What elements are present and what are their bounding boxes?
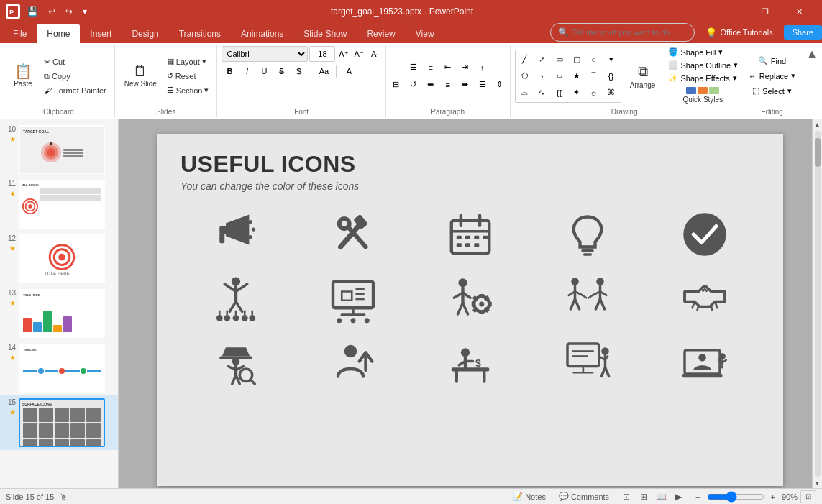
restore-button[interactable]: ❐ (749, 0, 782, 23)
zoom-slider[interactable] (707, 491, 764, 503)
font-family-select[interactable]: Calibri (222, 46, 308, 62)
shape-double-brace[interactable]: {{ (552, 85, 567, 101)
shape-connector[interactable]: ⌒ (586, 68, 602, 84)
shape-custom[interactable]: ⌘ (603, 85, 619, 101)
font-color-button[interactable]: A (341, 63, 357, 79)
slide-item-14[interactable]: 14 ★ TIMELINE (0, 341, 118, 395)
tab-insert[interactable]: Insert (80, 24, 122, 43)
shape-wave[interactable]: ∿ (534, 85, 550, 101)
arrange-button[interactable]: ⧉ Arrange (626, 60, 660, 92)
tab-design[interactable]: Design (122, 24, 168, 43)
scroll-thumb[interactable] (815, 138, 821, 167)
decrease-font-button[interactable]: A⁻ (352, 46, 366, 62)
reset-button[interactable]: ↺ Reset (163, 69, 213, 83)
save-button[interactable]: 💾 (24, 5, 41, 18)
columns-button[interactable]: ⊞ (388, 77, 404, 93)
strikethrough-button[interactable]: S̶ (273, 63, 289, 79)
slide-item-12[interactable]: 12 ★ TITLE HERE (0, 232, 118, 286)
shape-fill-button[interactable]: 🪣 Shape Fill ▾ (665, 46, 742, 58)
text-direction2-button[interactable]: ⇕ (492, 77, 508, 93)
comments-button[interactable]: 💬 Comments (555, 490, 613, 503)
increase-indent-button[interactable]: ⇥ (457, 60, 473, 75)
scroll-up-arrow[interactable]: ▲ (813, 119, 823, 129)
shape-circle[interactable]: ○ (586, 52, 602, 68)
shape-more[interactable]: ▾ (603, 52, 619, 68)
decrease-indent-button[interactable]: ⇤ (440, 60, 456, 75)
shape-parallelogram[interactable]: ▱ (552, 68, 567, 84)
increase-font-button[interactable]: A⁺ (337, 46, 350, 62)
close-button[interactable]: ✕ (783, 0, 816, 23)
shape-effects-button[interactable]: ✨ Shape Effects ▾ (665, 72, 742, 84)
shape-star2[interactable]: ✦ (569, 85, 585, 101)
office-tutorials-button[interactable]: 💡 Office Tutorials (700, 25, 777, 40)
zoom-out-button[interactable]: − (692, 491, 703, 503)
italic-button[interactable]: I (239, 63, 255, 79)
shape-chevron[interactable]: › (534, 68, 550, 84)
slide-thumb-10[interactable]: TARGET GOAL (19, 125, 105, 174)
select-button[interactable]: ⬚ Select ▾ (747, 84, 797, 98)
clear-format-button[interactable]: A̶ (367, 46, 381, 62)
align-center-button[interactable]: ≡ (440, 77, 456, 93)
shape-star[interactable]: ★ (569, 68, 585, 84)
tell-me-input[interactable] (572, 28, 687, 37)
fit-slide-button[interactable]: ⊡ (800, 490, 816, 503)
underline-button[interactable]: U (256, 63, 272, 79)
numbered-list-button[interactable]: ≡ (423, 60, 439, 75)
slide-thumb-14[interactable]: TIMELINE (19, 344, 105, 393)
section-button[interactable]: ☰ Section ▾ (163, 83, 213, 97)
slide-thumb-11[interactable]: ALL IN ONE (19, 180, 105, 229)
slide-thumb-15[interactable]: SURFACE ICONS (19, 398, 105, 447)
bold-button[interactable]: B (222, 63, 237, 79)
tab-review[interactable]: Review (357, 24, 405, 43)
slide-item-11[interactable]: 11 ★ ALL IN ONE (0, 177, 118, 232)
paste-button[interactable]: 📋 Paste (7, 61, 39, 91)
line-spacing-button[interactable]: ↕ (475, 60, 490, 75)
tab-home[interactable]: Home (37, 24, 80, 43)
slide-page[interactable]: USEFUL ICONS You can change the color of… (157, 134, 783, 486)
zoom-in-button[interactable]: + (767, 491, 779, 503)
normal-view-button[interactable]: ⊡ (618, 490, 634, 503)
customize-qat-button[interactable]: ▾ (80, 5, 90, 18)
tab-file[interactable]: File (3, 24, 37, 43)
minimize-button[interactable]: ─ (714, 0, 747, 23)
slide-item-13[interactable]: 13 ★ TITLE HERE (0, 286, 118, 341)
font-size-input[interactable] (309, 46, 335, 62)
shape-arc[interactable]: ⌓ (517, 85, 533, 101)
shape-bracket[interactable]: {} (603, 68, 619, 84)
tab-transitions[interactable]: Transitions (169, 24, 231, 43)
layout-button[interactable]: ▦ Layout ▾ (163, 55, 213, 68)
shape-pentagon[interactable]: ⬠ (517, 68, 533, 84)
slide-sorter-button[interactable]: ⊞ (636, 490, 652, 503)
shape-line[interactable]: ╱ (517, 52, 533, 68)
shape-arrow[interactable]: ↗ (534, 52, 550, 68)
text-direction-button[interactable]: ↺ (406, 77, 421, 93)
cut-button[interactable]: ✂ Cut (40, 55, 110, 69)
quick-styles-button[interactable]: Quick Styles (665, 85, 742, 106)
format-painter-button[interactable]: 🖌 Format Painter (40, 84, 110, 97)
shadow-button[interactable]: S (291, 63, 306, 79)
reading-view-button[interactable]: 📖 (653, 490, 669, 503)
scroll-track[interactable] (815, 131, 821, 477)
copy-button[interactable]: ⧉ Copy (40, 70, 110, 83)
tell-me-box[interactable]: 🔍 (550, 23, 695, 42)
new-slide-button[interactable]: 🗒 New Slide (119, 61, 162, 91)
notes-button[interactable]: 📝 Notes (509, 490, 549, 503)
slide-thumb-12[interactable]: TITLE HERE (19, 234, 105, 283)
tab-view[interactable]: View (406, 24, 444, 43)
slide-item-15[interactable]: 15 ★ SURFACE ICONS (0, 395, 118, 450)
find-button[interactable]: 🔍 Find (753, 54, 791, 68)
undo-button[interactable]: ↩ (45, 5, 58, 18)
scroll-down-arrow[interactable]: ▼ (813, 478, 823, 488)
slide-item-10[interactable]: 10 ★ TARGET GOAL (0, 122, 118, 177)
justify-button[interactable]: ☰ (475, 77, 490, 93)
bullet-list-button[interactable]: ☰ (406, 60, 421, 75)
shape-rounded-rect[interactable]: ▢ (569, 52, 585, 68)
ribbon-collapse-button[interactable]: ▲ (805, 45, 819, 62)
replace-button[interactable]: ↔ Replace ▾ (744, 69, 800, 83)
align-left-button[interactable]: ⬅ (423, 77, 439, 93)
tab-slideshow[interactable]: Slide Show (293, 24, 357, 43)
shape-rect[interactable]: ▭ (552, 52, 567, 68)
align-right-button[interactable]: ➡ (457, 77, 473, 93)
slideshow-view-button[interactable]: ▶ (670, 490, 686, 503)
redo-button[interactable]: ↪ (63, 5, 76, 18)
